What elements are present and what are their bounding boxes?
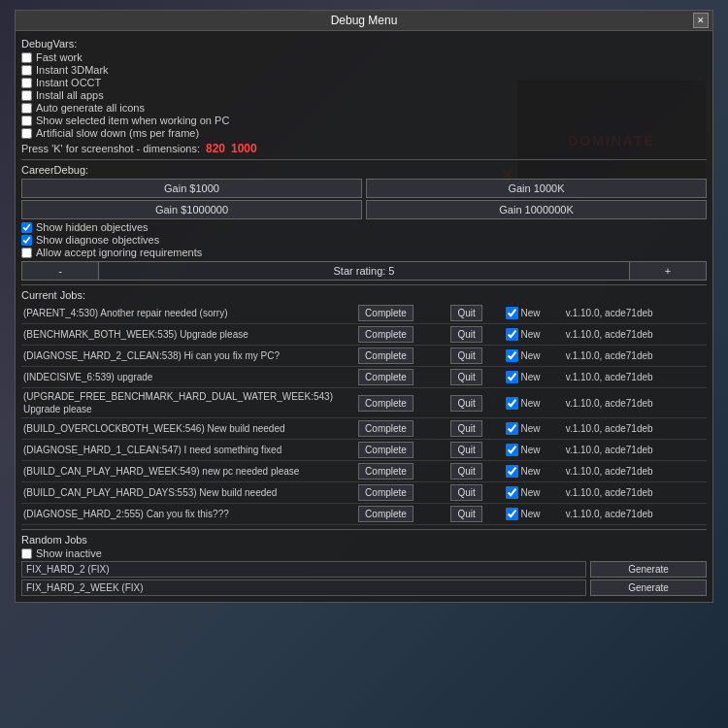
quit-button[interactable]: Quit: [450, 506, 481, 522]
job-quit-cell: Quit: [448, 461, 504, 482]
show-diagnose-checkbox[interactable]: [21, 235, 32, 246]
job-description: (BENCHMARK_BOTH_WEEK:535) Upgrade please: [21, 324, 356, 346]
version-text: v.1.10.0, acde71deb: [564, 346, 707, 367]
close-button[interactable]: ✕: [693, 13, 709, 28]
fast-work-checkbox[interactable]: [21, 52, 32, 63]
random-jobs-label: Random Jobs: [21, 534, 707, 546]
gain-1000k-button[interactable]: Gain 1000K: [366, 179, 707, 198]
complete-button[interactable]: Complete: [358, 506, 414, 522]
artificial-slow-checkbox[interactable]: [21, 128, 32, 139]
screenshot-label: Press 'K' for screenshot - dimensions:: [21, 143, 200, 154]
show-inactive-label: Show inactive: [36, 547, 102, 559]
job-actions: Complete: [356, 418, 448, 440]
job-actions: Complete: [356, 303, 448, 324]
complete-button[interactable]: Complete: [358, 369, 414, 385]
new-checkbox[interactable]: [506, 422, 518, 435]
generate-button[interactable]: Generate: [590, 579, 707, 596]
job-actions: Complete: [356, 440, 448, 461]
quit-button[interactable]: Quit: [450, 420, 481, 437]
instant-occt-label: Instant OCCT: [36, 77, 101, 88]
version-text: v.1.10.0, acde71deb: [564, 504, 707, 525]
generate-button[interactable]: Generate: [590, 561, 707, 578]
random-job-name: FIX_HARD_2 (FIX): [21, 561, 586, 578]
new-checkbox[interactable]: [506, 307, 518, 319]
quit-button[interactable]: Quit: [450, 347, 481, 364]
complete-button[interactable]: Complete: [358, 326, 414, 343]
divider-2: [21, 284, 707, 285]
new-checkbox[interactable]: [506, 465, 518, 478]
random-job-name: FIX_HARD_2_WEEK (FIX): [21, 579, 586, 596]
table-row: (BUILD_CAN_PLAY_HARD_WEEK:549) new pc ne…: [21, 461, 707, 482]
new-checkbox[interactable]: [506, 444, 518, 456]
quit-button[interactable]: Quit: [450, 484, 481, 501]
job-description: (BUILD_CAN_PLAY_HARD_DAYS:553) New build…: [21, 482, 356, 504]
quit-button[interactable]: Quit: [450, 326, 481, 343]
job-new-cell: New: [504, 367, 563, 388]
new-label: New: [520, 372, 540, 382]
new-checkbox[interactable]: [506, 397, 518, 410]
jobs-tbody: (PARENT_4:530) Another repair needed (so…: [21, 303, 707, 525]
job-new-cell: New: [504, 346, 563, 367]
job-actions: Complete: [356, 461, 448, 482]
new-label: New: [520, 329, 540, 340]
close-icon: ✕: [697, 16, 705, 25]
show-hidden-label: Show hidden objectives: [36, 221, 149, 233]
show-selected-checkbox[interactable]: [21, 116, 32, 126]
quit-button[interactable]: Quit: [450, 305, 481, 321]
show-inactive-checkbox[interactable]: [21, 548, 32, 559]
new-checkbox[interactable]: [506, 371, 518, 383]
instant-3dmark-checkbox[interactable]: [21, 65, 32, 76]
allow-accept-label: Allow accept ignoring requirements: [36, 247, 202, 258]
job-quit-cell: Quit: [448, 482, 504, 504]
show-hidden-checkbox[interactable]: [21, 222, 32, 233]
debug-titlebar: Debug Menu ✕: [16, 11, 712, 31]
debug-window: Debug Menu ✕ DebugVars: Fast work Instan…: [15, 10, 713, 603]
quit-button[interactable]: Quit: [450, 369, 481, 385]
complete-button[interactable]: Complete: [358, 484, 414, 501]
new-checkbox[interactable]: [506, 349, 518, 362]
new-checkbox[interactable]: [506, 508, 518, 520]
complete-button[interactable]: Complete: [358, 305, 414, 321]
version-text: v.1.10.0, acde71deb: [564, 367, 707, 388]
quit-button[interactable]: Quit: [450, 442, 481, 458]
allow-accept-checkbox[interactable]: [21, 248, 32, 258]
star-minus-button[interactable]: -: [21, 261, 99, 281]
quit-button[interactable]: Quit: [450, 395, 481, 412]
checkbox-show-inactive: Show inactive: [21, 547, 707, 559]
job-new-cell: New: [504, 418, 563, 440]
career-debug-label: CareerDebug:: [21, 164, 707, 176]
random-job-row: FIX_HARD_2 (FIX) Generate: [21, 561, 707, 578]
gain-1000000-button[interactable]: Gain $1000000: [21, 200, 362, 219]
job-description: (UPGRADE_FREE_BENCHMARK_HARD_DUAL_WATER_…: [21, 388, 356, 418]
complete-button[interactable]: Complete: [358, 463, 414, 480]
job-new-cell: New: [504, 303, 563, 324]
version-text: v.1.10.0, acde71deb: [564, 303, 707, 324]
checkbox-show-selected: Show selected item when working on PC: [21, 115, 707, 126]
version-text: v.1.10.0, acde71deb: [564, 418, 707, 440]
instant-3dmark-label: Instant 3DMark: [36, 64, 109, 76]
complete-button[interactable]: Complete: [358, 395, 414, 412]
job-new-cell: New: [504, 504, 563, 525]
auto-generate-checkbox[interactable]: [21, 103, 32, 114]
gain-1000-button[interactable]: Gain $1000: [21, 179, 362, 198]
divider-1: [21, 159, 707, 160]
star-rating-label: Star rating: 5: [99, 261, 629, 281]
install-all-checkbox[interactable]: [21, 90, 32, 101]
gain-1000000k-button[interactable]: Gain 1000000K: [366, 200, 707, 219]
version-text: v.1.10.0, acde71deb: [564, 482, 707, 504]
checkbox-show-hidden: Show hidden objectives: [21, 221, 707, 233]
instant-occt-checkbox[interactable]: [21, 78, 32, 88]
table-row: (BUILD_OVERCLOCKBOTH_WEEK:546) New build…: [21, 418, 707, 440]
table-row: (INDECISIVE_6:539) upgrade Complete Quit…: [21, 367, 707, 388]
new-checkbox[interactable]: [506, 328, 518, 341]
complete-button[interactable]: Complete: [358, 347, 414, 364]
quit-button[interactable]: Quit: [450, 463, 481, 480]
star-plus-button[interactable]: +: [629, 261, 707, 281]
job-quit-cell: Quit: [448, 440, 504, 461]
dim2-value: 1000: [231, 142, 257, 155]
complete-button[interactable]: Complete: [358, 420, 414, 437]
complete-button[interactable]: Complete: [358, 442, 414, 458]
table-row: (DIAGNOSE_HARD_1_CLEAN:547) I need somet…: [21, 440, 707, 461]
new-checkbox[interactable]: [506, 486, 518, 499]
job-description: (BUILD_OVERCLOCKBOTH_WEEK:546) New build…: [21, 418, 356, 440]
